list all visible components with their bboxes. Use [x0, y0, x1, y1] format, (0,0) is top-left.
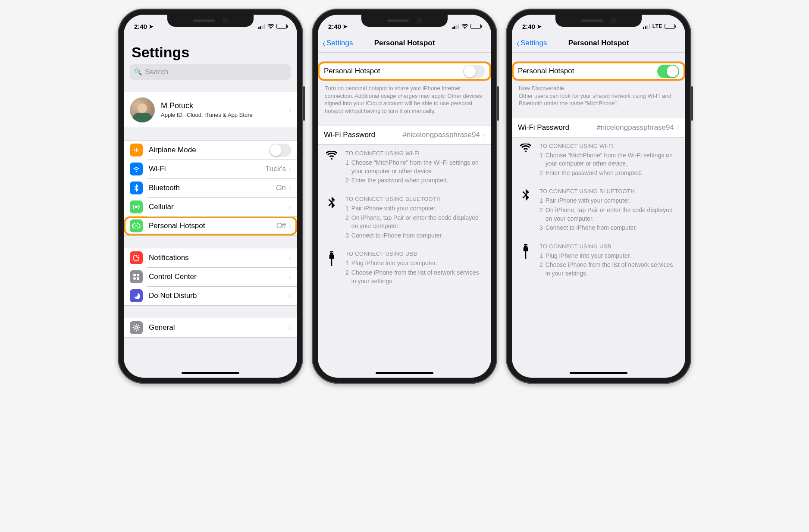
home-indicator[interactable]	[376, 372, 433, 374]
hotspot-on-footer: Now Discoverable. Other users can look f…	[512, 81, 685, 109]
chevron-right-icon: ›	[289, 253, 291, 263]
notifications-icon	[130, 251, 143, 264]
page-title: Settings	[124, 34, 297, 64]
wifi-icon	[267, 24, 274, 29]
instructions-wifi: TO CONNECT USING WI-FI 1Choose “MichPhon…	[512, 138, 685, 183]
wifi-value: Tuck's	[265, 165, 286, 173]
wifi-password-cell[interactable]: Wi-Fi Password #nicelongpassphrase94 ›	[318, 125, 491, 144]
status-time: 2:40	[134, 23, 147, 30]
notch	[167, 15, 254, 27]
apple-id-cell[interactable]: M Potuck Apple ID, iCloud, iTunes & App …	[124, 92, 297, 128]
instr-wifi-head: TO CONNECT USING WI-FI	[345, 150, 484, 156]
discoverable-detail: Other users can look for your shared net…	[519, 93, 671, 107]
screen-settings: 2:40 ➤ Settings 🔍 Search	[124, 15, 297, 378]
screen-hotspot-on: 2:40 ➤ LTE ‹ Settings Personal Hotspot P…	[512, 15, 685, 378]
back-button[interactable]: ‹ Settings	[516, 38, 547, 48]
search-input[interactable]: 🔍 Search	[130, 64, 291, 80]
svg-rect-11	[331, 259, 332, 266]
wifi-password-value: #nicelongpassphrase94	[596, 123, 674, 132]
svg-point-6	[135, 326, 138, 329]
settings-content[interactable]: Settings 🔍 Search M Potuck Apple ID, iCl…	[124, 34, 297, 378]
svg-rect-8	[330, 252, 331, 253]
svg-rect-10	[329, 255, 334, 259]
svg-rect-15	[524, 247, 528, 251]
cellular-signal-icon	[452, 24, 460, 29]
do-not-disturb-icon	[130, 289, 143, 302]
iphone-frame-2: 2:40 ➤ ‹ Settings Personal Hotspot	[312, 9, 497, 384]
search-icon: 🔍	[134, 68, 142, 76]
bluetooth-cell[interactable]: Bluetooth On ›	[124, 178, 297, 197]
general-cell[interactable]: General ›	[124, 318, 297, 337]
cellular-cell[interactable]: Cellular ›	[124, 197, 297, 216]
location-arrow-icon: ➤	[343, 23, 348, 30]
airplane-mode-cell[interactable]: ✈ Airplane Mode	[124, 141, 297, 160]
chevron-right-icon: ›	[289, 272, 291, 282]
notch	[555, 15, 642, 27]
usb-icon	[325, 250, 339, 286]
hotspot-toggle-cell[interactable]: Personal Hotspot	[318, 62, 491, 81]
wifi-icon	[519, 143, 533, 178]
svg-rect-7	[330, 251, 333, 255]
nav-bar: ‹ Settings Personal Hotspot	[318, 34, 491, 53]
chevron-right-icon: ›	[289, 165, 291, 174]
bluetooth-settings-icon	[130, 182, 143, 194]
wifi-icon	[325, 150, 339, 185]
status-time: 2:40	[522, 23, 535, 30]
wifi-password-label: Wi-Fi Password	[518, 123, 596, 132]
svg-rect-9	[332, 252, 333, 253]
general-icon	[130, 321, 143, 334]
svg-rect-13	[524, 245, 525, 246]
back-label: Settings	[326, 39, 353, 47]
instr-wifi-s2: Enter the password when prompted.	[546, 169, 643, 178]
home-indicator[interactable]	[570, 372, 627, 374]
hotspot-toggle-cell[interactable]: Personal Hotspot	[512, 62, 685, 81]
chevron-right-icon: ›	[289, 291, 291, 300]
instr-wifi-s1: Choose “MichPhone” from the Wi-Fi settin…	[351, 159, 484, 175]
svg-rect-5	[137, 277, 139, 280]
control-center-cell[interactable]: Control Center ›	[124, 267, 297, 286]
wifi-cell[interactable]: Wi-Fi Tuck's ›	[124, 160, 297, 178]
instr-wifi-s1: Choose “MichPhone” from the Wi-Fi settin…	[546, 151, 678, 168]
back-label: Settings	[521, 39, 547, 47]
svg-rect-2	[133, 274, 136, 276]
hotspot-toggle-off[interactable]	[463, 65, 485, 78]
hotspot-content[interactable]: Personal Hotspot Now Discoverable. Other…	[512, 53, 685, 378]
back-button[interactable]: ‹ Settings	[322, 38, 353, 48]
cellular-signal-icon	[643, 24, 650, 29]
control-center-icon	[130, 270, 143, 283]
instr-usb-s2: Choose iPhone from the list of network s…	[546, 261, 678, 278]
wifi-password-label: Wi-Fi Password	[324, 131, 402, 139]
control-center-label: Control Center	[149, 272, 288, 281]
airplane-toggle[interactable]	[269, 144, 291, 157]
wifi-password-value: #nicelongpassphrase94	[402, 131, 480, 139]
hotspot-value: Off	[276, 222, 286, 230]
notifications-label: Notifications	[149, 253, 288, 262]
wifi-password-cell[interactable]: Wi-Fi Password #nicelongpassphrase94 ›	[512, 118, 685, 137]
svg-rect-14	[526, 245, 527, 246]
notifications-cell[interactable]: Notifications ›	[124, 248, 297, 267]
instr-wifi-head: TO CONNECT USING WI-FI	[539, 143, 678, 149]
instr-bt-head: TO CONNECT USING BLUETOOTH	[345, 196, 484, 202]
instr-bt-s1: Pair iPhone with your computer.	[546, 197, 631, 205]
personal-hotspot-cell[interactable]: Personal Hotspot Off ›	[124, 216, 297, 235]
wifi-label: Wi-Fi	[149, 165, 265, 173]
hotspot-content[interactable]: Personal Hotspot Turn on personal hotspo…	[318, 53, 491, 378]
airplane-label: Airplane Mode	[149, 146, 269, 154]
svg-point-1	[137, 255, 139, 258]
svg-rect-4	[133, 277, 136, 280]
cellular-label: Cellular	[149, 203, 288, 211]
instr-bt-s1: Pair iPhone with your computer.	[351, 204, 437, 213]
dnd-label: Do Not Disturb	[149, 291, 288, 300]
do-not-disturb-cell[interactable]: Do Not Disturb ›	[124, 286, 297, 305]
hotspot-label: Personal Hotspot	[149, 222, 276, 230]
home-indicator[interactable]	[182, 372, 239, 374]
chevron-right-icon: ›	[289, 323, 291, 332]
hotspot-toggle-on[interactable]	[657, 65, 679, 78]
instructions-usb: TO CONNECT USING USB 1Plug iPhone into y…	[318, 245, 491, 291]
now-discoverable: Now Discoverable.	[519, 85, 565, 91]
hotspot-toggle-label: Personal Hotspot	[324, 67, 463, 75]
instr-usb-s1: Plug iPhone into your computer.	[546, 252, 631, 260]
bluetooth-value: On	[276, 184, 286, 192]
instr-bt-head: TO CONNECT USING BLUETOOTH	[539, 188, 678, 194]
svg-rect-12	[524, 244, 527, 247]
